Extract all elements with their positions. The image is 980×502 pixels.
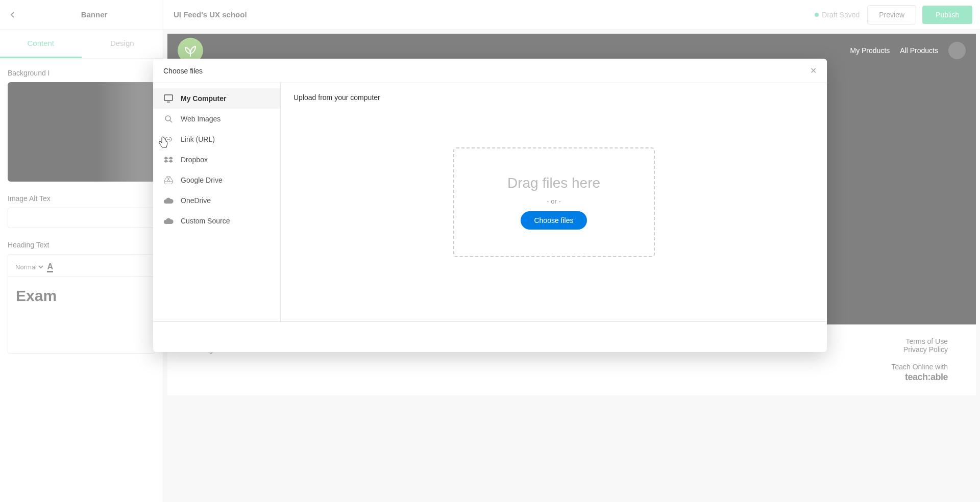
svg-point-2 [165,116,170,121]
source-label: Custom Source [181,217,230,225]
source-my-computer[interactable]: My Computer [153,88,280,109]
monitor-icon [163,93,174,104]
svg-rect-0 [164,95,173,101]
dropzone-title: Drag files here [507,175,600,191]
dropzone-or-text: - or - [547,197,560,205]
modal-close-button[interactable]: ✕ [810,66,817,76]
source-label: Link (URL) [181,135,215,143]
search-icon [163,114,174,124]
source-label: Dropbox [181,156,208,164]
file-source-sidebar: My Computer Web Images Link (URL) Dropbo… [153,83,281,321]
modal-footer [153,321,827,352]
file-picker-modal-backdrop: Choose files ✕ My Computer Web Images Li… [0,0,980,502]
modal-header: Choose files ✕ [153,59,827,83]
svg-line-3 [170,120,172,122]
onedrive-icon [163,195,174,206]
dropbox-icon [163,155,174,165]
file-picker-modal: Choose files ✕ My Computer Web Images Li… [153,59,827,352]
source-web-images[interactable]: Web Images [153,109,280,129]
google-drive-icon [163,175,174,185]
upload-area: Upload from your computer Drag files her… [281,83,827,321]
source-link-url[interactable]: Link (URL) [153,129,280,149]
source-custom[interactable]: Custom Source [153,211,280,231]
source-onedrive[interactable]: OneDrive [153,190,280,211]
upload-heading: Upload from your computer [293,93,814,102]
source-label: OneDrive [181,196,211,205]
modal-body: My Computer Web Images Link (URL) Dropbo… [153,83,827,321]
source-google-drive[interactable]: Google Drive [153,170,280,190]
source-label: Web Images [181,115,220,123]
close-icon: ✕ [810,66,817,75]
link-icon [163,134,174,144]
modal-title: Choose files [163,67,203,75]
cloud-icon [163,216,174,226]
source-dropbox[interactable]: Dropbox [153,149,280,170]
choose-files-button[interactable]: Choose files [521,211,586,230]
source-label: Google Drive [181,176,223,184]
file-dropzone[interactable]: Drag files here - or - Choose files [453,147,655,257]
source-label: My Computer [181,94,226,103]
